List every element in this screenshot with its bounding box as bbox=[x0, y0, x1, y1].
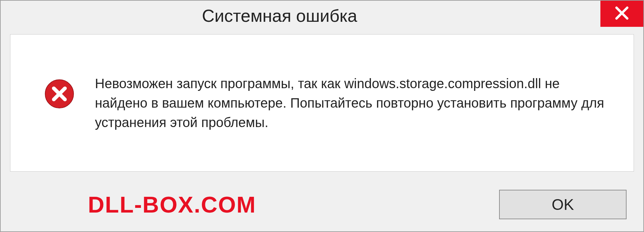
footer: DLL-BOX.COM OK bbox=[1, 178, 643, 231]
close-icon bbox=[614, 5, 630, 22]
close-button[interactable] bbox=[600, 1, 643, 27]
dialog-title: Системная ошибка bbox=[202, 6, 357, 26]
error-icon bbox=[44, 78, 75, 111]
error-dialog: Системная ошибка Невозможен запуск прогр… bbox=[0, 0, 644, 232]
content-panel: Невозможен запуск программы, так как win… bbox=[10, 34, 634, 172]
error-message: Невозможен запуск программы, так как win… bbox=[95, 74, 613, 132]
ok-button[interactable]: OK bbox=[499, 190, 627, 219]
watermark-text: DLL-BOX.COM bbox=[88, 191, 256, 218]
titlebar: Системная ошибка bbox=[1, 1, 643, 31]
